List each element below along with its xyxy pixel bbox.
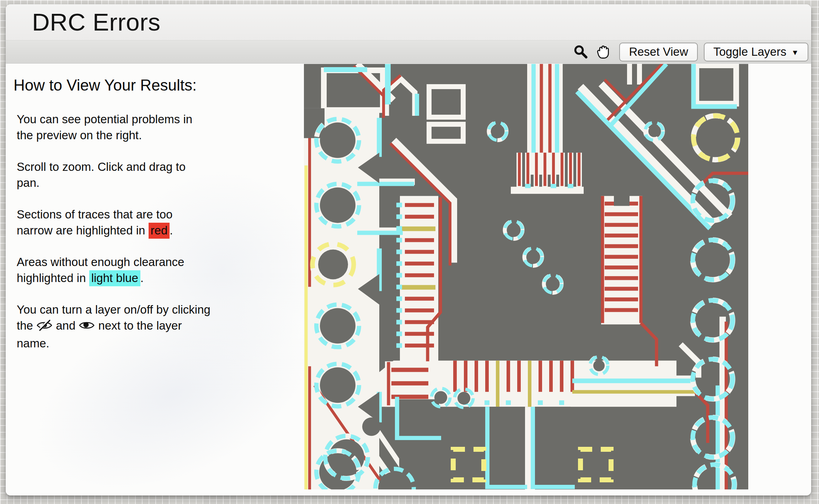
pcb-render <box>304 64 748 489</box>
instruction-paragraph: You can turn a layer on/off by clicking … <box>17 302 211 351</box>
drc-errors-window: DRC Errors Reset View <box>6 4 811 495</box>
toolbar: Reset View Toggle Layers ▼ <box>6 40 811 64</box>
instruction-paragraph: Scroll to zoom. Click and drag to pan. <box>17 159 211 191</box>
window-header: DRC Errors <box>6 4 811 40</box>
page-background: DRC Errors Reset View <box>0 0 819 504</box>
magnifier-icon[interactable] <box>573 44 589 60</box>
hand-icon[interactable] <box>594 43 611 60</box>
reset-view-button[interactable]: Reset View <box>619 43 697 61</box>
instruction-text: . <box>170 224 173 237</box>
pcb-preview[interactable] <box>304 64 748 489</box>
light-blue-highlight: light blue <box>89 270 140 286</box>
page-title: DRC Errors <box>32 8 161 36</box>
instruction-text: and <box>53 319 79 332</box>
chevron-down-icon: ▼ <box>791 49 799 56</box>
reset-view-label: Reset View <box>629 45 688 59</box>
instructions-panel: How to View Your Results: You can see po… <box>14 76 211 367</box>
eye-icon <box>79 319 95 335</box>
toggle-layers-button[interactable]: Toggle Layers ▼ <box>704 43 808 61</box>
toggle-layers-label: Toggle Layers <box>713 45 786 59</box>
red-highlight: red <box>149 223 170 239</box>
instruction-paragraph: Sections of traces that are too narrow a… <box>17 206 211 238</box>
instructions-heading: How to View Your Results: <box>14 76 211 94</box>
instruction-paragraph: You can see potential problems in the pr… <box>17 111 211 143</box>
instruction-text: . <box>140 271 144 284</box>
main-content: How to View Your Results: You can see po… <box>6 64 811 495</box>
toolbar-tools <box>573 43 611 60</box>
eye-slash-icon <box>36 319 53 335</box>
instruction-paragraph: Areas without enough clearance highlight… <box>17 254 211 286</box>
